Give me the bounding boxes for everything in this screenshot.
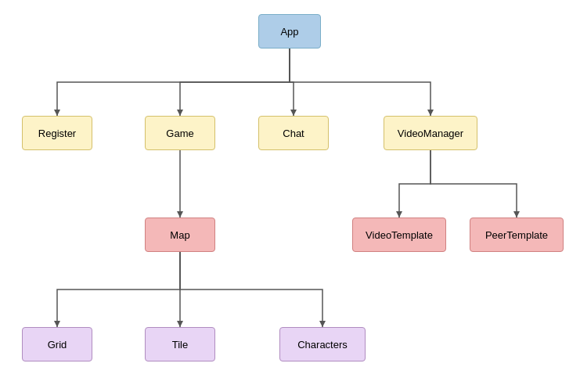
svg-marker-4 bbox=[177, 211, 183, 218]
svg-marker-2 bbox=[290, 110, 297, 116]
node-chat: Chat bbox=[258, 116, 329, 150]
svg-marker-7 bbox=[54, 321, 60, 327]
node-tile: Tile bbox=[145, 327, 215, 361]
node-app: App bbox=[258, 14, 321, 49]
svg-marker-3 bbox=[427, 110, 434, 116]
node-videoManager: VideoManager bbox=[384, 116, 477, 150]
svg-marker-6 bbox=[513, 211, 520, 218]
svg-marker-9 bbox=[319, 321, 326, 327]
svg-marker-1 bbox=[177, 110, 183, 116]
node-map: Map bbox=[145, 218, 215, 252]
diagram: AppRegisterGameChatVideoManagerMapVideoT… bbox=[0, 0, 580, 392]
node-grid: Grid bbox=[22, 327, 92, 361]
svg-marker-8 bbox=[177, 321, 183, 327]
svg-marker-0 bbox=[54, 110, 60, 116]
node-game: Game bbox=[145, 116, 215, 150]
node-videoTemplate: VideoTemplate bbox=[352, 218, 446, 252]
node-characters: Characters bbox=[279, 327, 366, 361]
node-register: Register bbox=[22, 116, 92, 150]
svg-marker-5 bbox=[396, 211, 402, 218]
node-peerTemplate: PeerTemplate bbox=[470, 218, 564, 252]
